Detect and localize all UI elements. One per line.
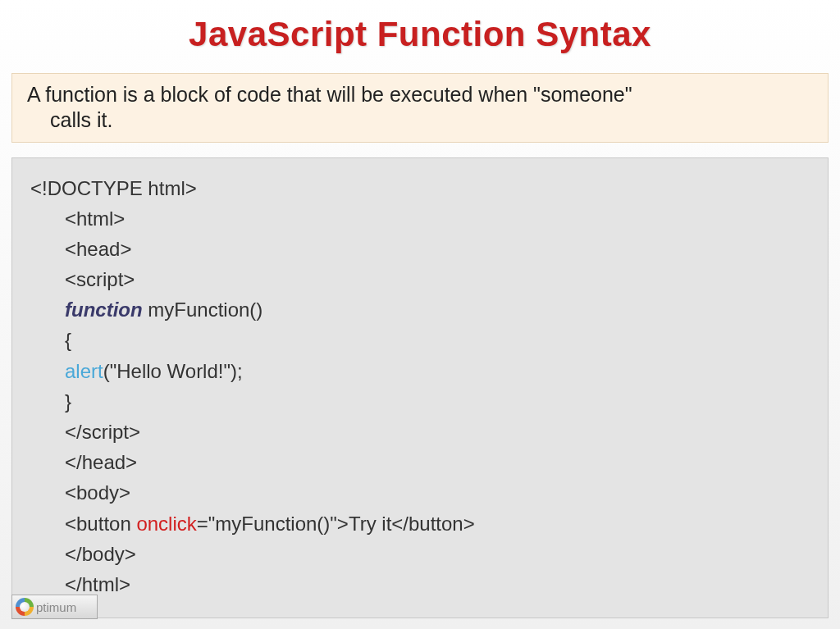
function-keyword: function: [65, 299, 143, 321]
slide-title: JavaScript Function Syntax: [0, 0, 840, 66]
code-line-13: </body>: [65, 539, 810, 569]
description-line1: A function is a block of code that will …: [27, 83, 632, 106]
code-line-5: function myFunction(): [65, 294, 810, 325]
code-line-11: <body>: [65, 477, 810, 508]
alert-call: alert: [65, 360, 103, 382]
code-line-12: <button onclick="myFunction()">Try it</b…: [65, 508, 810, 539]
code-line-4: <script>: [65, 264, 810, 294]
logo-text: ptimum: [36, 600, 76, 614]
logo-circle-icon: [16, 598, 34, 616]
code-line-7: alert("Hello World!");: [65, 356, 810, 386]
onclick-attr: onclick: [136, 513, 196, 535]
optimum-logo: ptimum: [11, 595, 98, 619]
code-line-2: <html>: [65, 203, 810, 234]
code-block: <!DOCTYPE html> <html> <head> <script> f…: [11, 157, 829, 619]
button-rest: ="myFunction()">Try it</button>: [197, 513, 475, 535]
code-line-1: <!DOCTYPE html>: [30, 173, 810, 203]
description-text: A function is a block of code that will …: [27, 82, 813, 134]
code-line-8: }: [65, 386, 810, 417]
code-line-3: <head>: [65, 234, 810, 264]
button-open: <button: [65, 513, 136, 535]
description-line2: calls it.: [50, 108, 112, 131]
code-line-9: </script>: [65, 417, 810, 447]
code-line-6: {: [65, 325, 810, 355]
title-heading: JavaScript Function Syntax: [0, 15, 840, 54]
code-line-10: </head>: [65, 447, 810, 477]
alert-arg: ("Hello World!");: [103, 360, 243, 382]
description-box: A function is a block of code that will …: [11, 73, 829, 143]
code-line-14: </html>: [65, 569, 810, 599]
function-name: myFunction(): [143, 299, 263, 321]
